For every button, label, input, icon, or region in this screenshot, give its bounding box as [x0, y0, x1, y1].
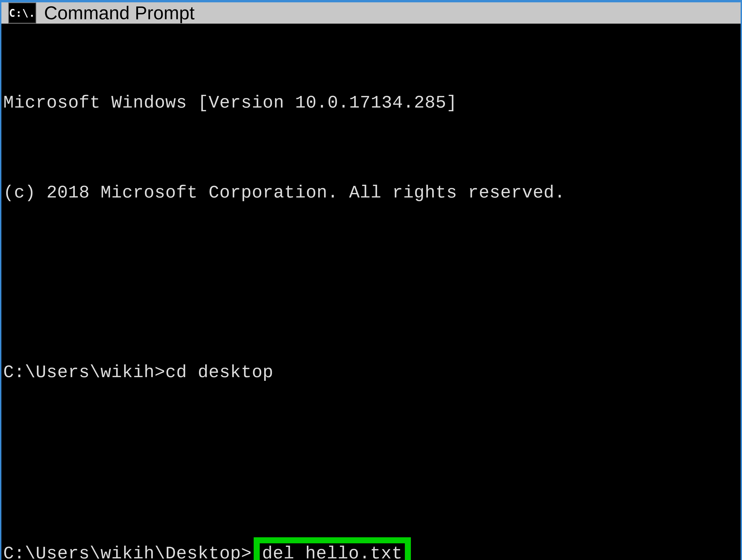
copyright-line: (c) 2018 Microsoft Corporation. All righ… [3, 178, 739, 208]
command-prompt-window: C:\. Command Prompt Microsoft Windows [V… [0, 0, 742, 560]
version-line: Microsoft Windows [Version 10.0.17134.28… [3, 88, 739, 118]
prompt-prefix: C:\Users\wikih\Desktop> [3, 539, 252, 560]
highlighted-command: del hello.txt [254, 537, 411, 560]
terminal-output[interactable]: Microsoft Windows [Version 10.0.17134.28… [1, 24, 741, 560]
titlebar[interactable]: C:\. Command Prompt [1, 2, 741, 24]
icon-text: C:\. [9, 7, 36, 19]
window-title: Command Prompt [44, 2, 195, 24]
prompt-cd-line: C:\Users\wikih>cd desktop [3, 358, 739, 388]
blank-line [3, 268, 739, 298]
command-text: del hello.txt [262, 544, 403, 560]
prompt-del-line: C:\Users\wikih\Desktop>del hello.txt [3, 537, 739, 560]
blank-line [3, 448, 739, 478]
command-prompt-icon: C:\. [8, 3, 36, 23]
